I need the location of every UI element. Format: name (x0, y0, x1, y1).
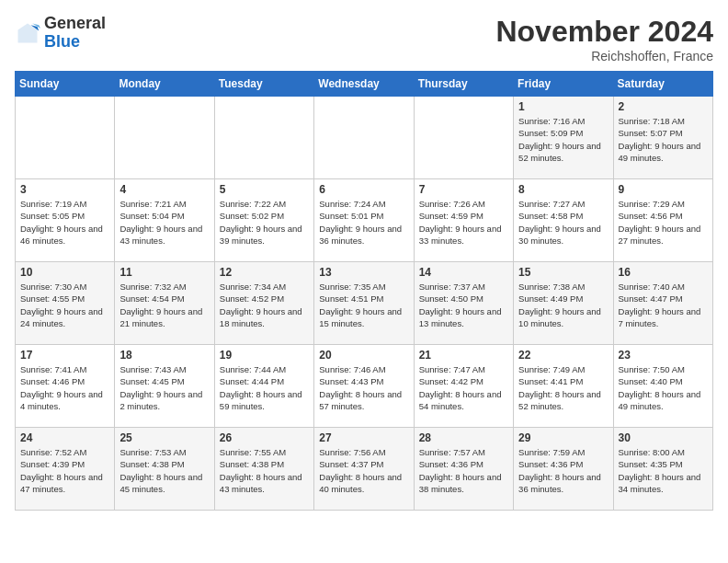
day-cell: 13Sunrise: 7:35 AM Sunset: 4:51 PM Dayli… (314, 262, 414, 345)
day-cell: 20Sunrise: 7:46 AM Sunset: 4:43 PM Dayli… (314, 345, 414, 428)
week-row-3: 10Sunrise: 7:30 AM Sunset: 4:55 PM Dayli… (16, 262, 713, 345)
day-number: 15 (518, 266, 608, 279)
day-number: 13 (319, 266, 408, 279)
day-number: 26 (220, 431, 309, 444)
day-info: Sunrise: 7:29 AM Sunset: 4:56 PM Dayligh… (619, 198, 708, 247)
day-number: 18 (119, 349, 209, 362)
month-title: November 2024 (495, 15, 713, 49)
day-cell: 14Sunrise: 7:37 AM Sunset: 4:50 PM Dayli… (414, 262, 513, 345)
day-info: Sunrise: 7:52 AM Sunset: 4:39 PM Dayligh… (20, 446, 109, 495)
day-number: 3 (20, 183, 109, 196)
day-info: Sunrise: 7:47 AM Sunset: 4:42 PM Dayligh… (419, 363, 508, 412)
day-cell: 19Sunrise: 7:44 AM Sunset: 4:44 PM Dayli… (214, 345, 313, 428)
column-header-wednesday: Wednesday (314, 72, 414, 97)
day-cell: 18Sunrise: 7:43 AM Sunset: 4:45 PM Dayli… (115, 345, 214, 428)
day-number: 11 (119, 266, 209, 279)
day-info: Sunrise: 7:43 AM Sunset: 4:45 PM Dayligh… (119, 363, 209, 412)
day-number: 6 (319, 183, 408, 196)
day-info: Sunrise: 7:26 AM Sunset: 4:59 PM Dayligh… (419, 198, 508, 247)
column-header-saturday: Saturday (613, 72, 712, 97)
day-cell: 26Sunrise: 7:55 AM Sunset: 4:38 PM Dayli… (214, 428, 313, 511)
day-info: Sunrise: 7:30 AM Sunset: 4:55 PM Dayligh… (20, 281, 109, 329)
day-cell: 1Sunrise: 7:16 AM Sunset: 5:09 PM Daylig… (514, 97, 613, 179)
day-cell: 5Sunrise: 7:22 AM Sunset: 5:02 PM Daylig… (214, 179, 313, 262)
calendar-header-row: SundayMondayTuesdayWednesdayThursdayFrid… (16, 72, 713, 97)
day-cell: 8Sunrise: 7:27 AM Sunset: 4:58 PM Daylig… (514, 179, 613, 262)
day-number: 19 (220, 349, 309, 362)
day-info: Sunrise: 7:34 AM Sunset: 4:52 PM Dayligh… (220, 281, 309, 329)
day-cell: 3Sunrise: 7:19 AM Sunset: 5:05 PM Daylig… (16, 179, 115, 262)
day-number: 8 (518, 183, 608, 196)
logo-blue: Blue (44, 32, 80, 51)
day-cell: 17Sunrise: 7:41 AM Sunset: 4:46 PM Dayli… (16, 345, 115, 428)
day-cell: 25Sunrise: 7:53 AM Sunset: 4:38 PM Dayli… (115, 428, 214, 511)
day-info: Sunrise: 7:56 AM Sunset: 4:37 PM Dayligh… (319, 446, 408, 495)
day-info: Sunrise: 7:49 AM Sunset: 4:41 PM Dayligh… (518, 363, 608, 412)
day-number: 24 (20, 431, 109, 444)
day-number: 22 (518, 349, 608, 362)
day-cell (314, 97, 414, 179)
day-number: 23 (619, 349, 708, 362)
day-number: 28 (419, 431, 508, 444)
day-info: Sunrise: 7:59 AM Sunset: 4:36 PM Dayligh… (518, 446, 608, 495)
day-info: Sunrise: 7:27 AM Sunset: 4:58 PM Dayligh… (518, 198, 608, 247)
day-number: 5 (220, 183, 309, 196)
day-number: 4 (119, 183, 209, 196)
week-row-2: 3Sunrise: 7:19 AM Sunset: 5:05 PM Daylig… (16, 179, 713, 262)
column-header-friday: Friday (514, 72, 613, 97)
day-cell (16, 97, 115, 179)
page-header: General Blue November 2024 Reichshoffen,… (15, 15, 713, 63)
day-info: Sunrise: 7:38 AM Sunset: 4:49 PM Dayligh… (518, 281, 608, 329)
day-cell: 11Sunrise: 7:32 AM Sunset: 4:54 PM Dayli… (115, 262, 214, 345)
day-info: Sunrise: 7:22 AM Sunset: 5:02 PM Dayligh… (220, 198, 309, 247)
day-cell: 16Sunrise: 7:40 AM Sunset: 4:47 PM Dayli… (613, 262, 712, 345)
title-block: November 2024 Reichshoffen, France (495, 15, 713, 63)
column-header-monday: Monday (115, 72, 214, 97)
day-cell: 30Sunrise: 8:00 AM Sunset: 4:35 PM Dayli… (613, 428, 712, 511)
day-cell: 2Sunrise: 7:18 AM Sunset: 5:07 PM Daylig… (613, 97, 712, 179)
day-cell: 7Sunrise: 7:26 AM Sunset: 4:59 PM Daylig… (414, 179, 513, 262)
day-cell (414, 97, 513, 179)
logo-general: General (44, 14, 106, 32)
logo-text: General Blue (44, 15, 106, 52)
day-cell: 27Sunrise: 7:56 AM Sunset: 4:37 PM Dayli… (314, 428, 414, 511)
day-number: 14 (419, 266, 508, 279)
day-number: 1 (518, 100, 608, 113)
day-cell: 6Sunrise: 7:24 AM Sunset: 5:01 PM Daylig… (314, 179, 414, 262)
day-number: 27 (319, 431, 408, 444)
day-info: Sunrise: 8:00 AM Sunset: 4:35 PM Dayligh… (619, 446, 708, 495)
day-info: Sunrise: 7:16 AM Sunset: 5:09 PM Dayligh… (518, 115, 608, 164)
week-row-4: 17Sunrise: 7:41 AM Sunset: 4:46 PM Dayli… (16, 345, 713, 428)
day-info: Sunrise: 7:57 AM Sunset: 4:36 PM Dayligh… (419, 446, 508, 495)
day-cell: 15Sunrise: 7:38 AM Sunset: 4:49 PM Dayli… (514, 262, 613, 345)
day-cell: 22Sunrise: 7:49 AM Sunset: 4:41 PM Dayli… (514, 345, 613, 428)
day-info: Sunrise: 7:24 AM Sunset: 5:01 PM Dayligh… (319, 198, 408, 247)
day-number: 2 (619, 100, 708, 113)
day-info: Sunrise: 7:35 AM Sunset: 4:51 PM Dayligh… (319, 281, 408, 329)
column-header-sunday: Sunday (16, 72, 115, 97)
day-number: 10 (20, 266, 109, 279)
day-number: 12 (220, 266, 309, 279)
logo: General Blue (15, 15, 106, 52)
day-cell: 21Sunrise: 7:47 AM Sunset: 4:42 PM Dayli… (414, 345, 513, 428)
day-cell: 29Sunrise: 7:59 AM Sunset: 4:36 PM Dayli… (514, 428, 613, 511)
day-info: Sunrise: 7:40 AM Sunset: 4:47 PM Dayligh… (619, 281, 708, 329)
day-info: Sunrise: 7:19 AM Sunset: 5:05 PM Dayligh… (20, 198, 109, 247)
day-info: Sunrise: 7:46 AM Sunset: 4:43 PM Dayligh… (319, 363, 408, 412)
day-info: Sunrise: 7:37 AM Sunset: 4:50 PM Dayligh… (419, 281, 508, 329)
calendar-table: SundayMondayTuesdayWednesdayThursdayFrid… (15, 71, 713, 511)
day-cell: 24Sunrise: 7:52 AM Sunset: 4:39 PM Dayli… (16, 428, 115, 511)
day-info: Sunrise: 7:55 AM Sunset: 4:38 PM Dayligh… (220, 446, 309, 495)
day-cell (115, 97, 214, 179)
day-cell: 12Sunrise: 7:34 AM Sunset: 4:52 PM Dayli… (214, 262, 313, 345)
day-number: 20 (319, 349, 408, 362)
day-cell: 10Sunrise: 7:30 AM Sunset: 4:55 PM Dayli… (16, 262, 115, 345)
day-info: Sunrise: 7:21 AM Sunset: 5:04 PM Dayligh… (119, 198, 209, 247)
day-info: Sunrise: 7:32 AM Sunset: 4:54 PM Dayligh… (119, 281, 209, 329)
day-info: Sunrise: 7:44 AM Sunset: 4:44 PM Dayligh… (220, 363, 309, 412)
week-row-1: 1Sunrise: 7:16 AM Sunset: 5:09 PM Daylig… (16, 97, 713, 179)
day-info: Sunrise: 7:18 AM Sunset: 5:07 PM Dayligh… (619, 115, 708, 164)
day-number: 17 (20, 349, 109, 362)
day-info: Sunrise: 7:53 AM Sunset: 4:38 PM Dayligh… (119, 446, 209, 495)
location: Reichshoffen, France (495, 49, 713, 63)
